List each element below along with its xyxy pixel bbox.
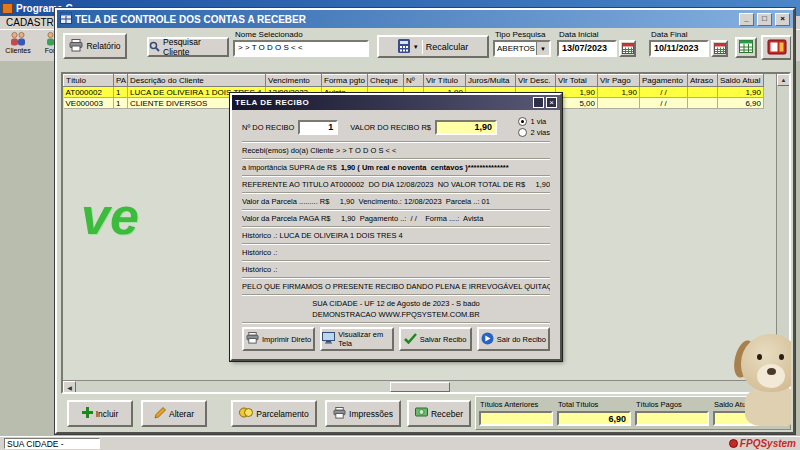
titulos-pagos-value [635,411,709,426]
maximize-button[interactable]: □ [757,13,772,26]
coins-icon [239,407,253,420]
sair-do-recibo-button[interactable]: Sair do Recibo [477,327,550,351]
radio-1-via[interactable]: 1 via [518,117,550,126]
recalcular-button[interactable]: ▼ Recalcular [377,35,489,58]
col-forma-pgto[interactable]: Forma pgto [322,75,368,87]
cell-saldo-atual: 6,90 [718,98,764,109]
salvar-recibo-button[interactable]: Salvar Recibo [399,327,472,351]
impressoes-button[interactable]: Impressões [325,400,401,427]
dialog-help-button[interactable] [533,97,544,108]
plus-icon [82,407,93,420]
vias-radio-group: 1 via 2 vias [518,117,550,137]
radio-1-via-label: 1 via [530,117,546,126]
parcelamento-button[interactable]: Parcelamento [231,400,317,427]
window-icon [60,10,72,28]
divider [242,322,550,324]
valor-recibo-field[interactable]: 1,90 [435,120,497,135]
cell-saldo-atual: 1,90 [718,87,764,98]
col-vencimento[interactable]: Vencimento [266,75,322,87]
data-final-field[interactable]: 10/11/2023 [649,40,709,57]
window-titlebar[interactable]: TELA DE CONTROLE DOS CONTAS A RECEBER _ … [57,10,793,28]
alterar-button[interactable]: Alterar [141,400,207,427]
cell-vlr-pago [598,98,640,109]
referente-line: REFERENTE AO TITULO AT000002 DO DIA 12/0… [242,179,550,190]
col-atraso[interactable]: Atraso [688,75,718,87]
search-icon [149,41,160,54]
col-vlr-desc[interactable]: Vlr Desc. [516,75,556,87]
horizontal-scrollbar[interactable]: ◀ ▶ [63,380,776,392]
radio-2-vias[interactable]: 2 vias [518,128,550,137]
puppy-image [735,326,791,430]
spreadsheet-button[interactable] [735,37,757,58]
data-inicial-field[interactable]: 13/07/2023 [557,40,617,57]
minimize-button[interactable]: _ [739,13,754,26]
dialog-title: TELA DE RECIBO [235,98,531,107]
toolbar-item-label: Clientes [5,47,30,54]
imprimir-direto-button[interactable]: Imprimir Direto [242,327,315,351]
numero-recibo-field[interactable]: 1 [298,120,338,135]
col-pa[interactable]: PA [114,75,128,87]
data-final-label: Data Final [651,30,687,39]
close-button[interactable]: × [775,13,790,26]
scroll-left-icon[interactable]: ◀ [63,381,76,393]
chevron-down-icon[interactable]: ▼ [536,42,549,55]
monitor-icon [322,332,335,346]
scrollbar-thumb[interactable] [390,382,450,392]
salvar-recibo-label: Salvar Recibo [420,335,467,344]
divider [242,209,550,211]
divider [242,226,550,228]
calendar-icon [714,42,726,56]
data-inicial-calendar-button[interactable] [619,40,636,57]
col-vlr-total[interactable]: Vlr Total [556,75,598,87]
incluir-button[interactable]: Incluir [67,400,133,427]
brand-logo-icon [729,439,738,448]
visualizar-em-tela-button[interactable]: Visualizar em Tela [320,327,393,351]
dialog-close-button[interactable]: × [546,97,557,108]
toolbar-item-clientes[interactable]: Clientes [2,31,34,54]
col-juros-multa[interactable]: Juros/Multa [466,75,516,87]
visualizar-em-tela-label: Visualizar em Tela [338,330,391,348]
col-saldo-atual[interactable]: Saldo Atual [718,75,764,87]
brand-logo-text: FPQSystem [740,438,796,449]
pesquisar-cliente-button[interactable]: Pesquisar Cliente [147,37,229,57]
titulos-anteriores-value [479,411,553,426]
col-vlr-pago[interactable]: Vlr Pago [598,75,640,87]
app-icon [2,3,13,14]
divider [242,158,550,160]
tipo-pesquisa-select[interactable]: ABERTOS ▼ [493,40,551,57]
col-vlr-titulo[interactable]: Vlr Título [424,75,466,87]
grid-header-row: Título PA Descrição do Cliente Venciment… [64,75,764,87]
impressoes-label: Impressões [349,409,393,419]
col-titulo[interactable]: Título [64,75,114,87]
divider [242,141,550,143]
col-descricao[interactable]: Descrição do Cliente [128,75,266,87]
divider [242,175,550,177]
people-icon [9,31,27,47]
cell-vlr-pago: 1,90 [598,87,640,98]
relatorio-button[interactable]: Relatório [63,33,127,59]
divider [242,192,550,194]
radio-unselected-icon [518,128,527,137]
nome-selecionado-field[interactable]: > > T O D O S < < [233,40,369,57]
cell-pa: 1 [114,98,128,109]
sair-do-recibo-label: Sair do Recibo [497,335,546,344]
status-city-field: SUA CIDADE - [4,438,100,449]
chevron-down-icon: ▼ [413,44,419,50]
col-cheque[interactable]: Cheque [368,75,404,87]
blue-arrow-icon [481,332,494,347]
exit-book-button[interactable] [761,35,791,60]
receber-button[interactable]: Receber [407,400,471,427]
dialog-titlebar[interactable]: TELA DE RECIBO × [232,95,560,110]
red-book-icon [767,39,787,57]
data-final-calendar-button[interactable] [711,40,728,57]
tela-de-recibo-dialog: TELA DE RECIBO × Nº DO RECIBO 1 VALOR DO… [230,93,562,361]
col-pagamento[interactable]: Pagamento [640,75,688,87]
incluir-label: Incluir [96,409,119,419]
parcela-paga-line: Valor da Parcela PAGA R$ 1,90 Pagamento … [242,213,550,224]
scroll-up-icon[interactable]: ▲ [777,74,790,86]
cell-titulo: AT000002 [64,87,114,98]
numero-recibo-label: Nº DO RECIBO [242,123,294,132]
titulos-pagos-label: Títulos Pagos [635,399,709,411]
titulos-anteriores-group: Títulos Anteriores [479,399,553,427]
col-numero[interactable]: Nº [404,75,424,87]
